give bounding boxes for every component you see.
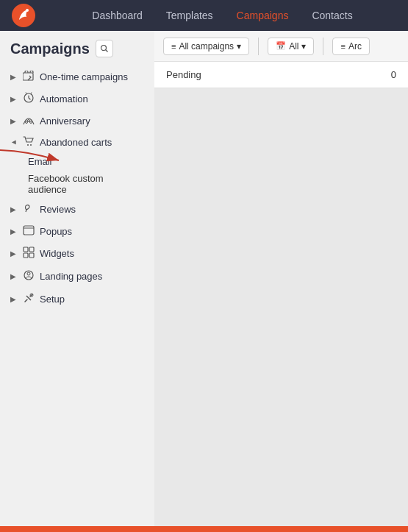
- automation-icon: [22, 92, 35, 106]
- svg-point-8: [30, 121, 32, 124]
- widgets-icon: [22, 247, 35, 260]
- search-button[interactable]: [96, 40, 113, 57]
- sidebar-item-popups[interactable]: ▶ Popups: [0, 221, 154, 242]
- chevron-icon: ▶: [10, 272, 18, 280]
- content-wrapper: Campaigns ▶: [0, 31, 408, 526]
- pending-label: Pending: [166, 69, 201, 80]
- sidebar-item-reviews[interactable]: ▶ Reviews: [0, 198, 154, 221]
- main-panel: Pending 0: [154, 62, 408, 526]
- chevron-icon: ▼: [10, 139, 18, 146]
- sidebar-nav: ▶ One-time campaigns ▶: [0, 63, 154, 313]
- separator: [258, 38, 259, 55]
- sidebar-header: Campaigns: [0, 31, 154, 63]
- pending-count: 0: [391, 69, 396, 80]
- svg-point-2: [101, 46, 106, 51]
- main-content: ≡ All campaigns ▾ 📅 All ▾ ≡ Arc Pending …: [154, 31, 408, 526]
- svg-point-6: [26, 121, 28, 124]
- chevron-icon: ▶: [10, 73, 18, 81]
- anniversary-icon: [22, 115, 35, 127]
- panel-body: [154, 88, 408, 526]
- svg-point-9: [27, 144, 29, 146]
- svg-rect-14: [24, 247, 28, 252]
- nav-contacts[interactable]: Contacts: [312, 10, 352, 21]
- sidebar-label-popups: Popups: [40, 226, 72, 237]
- landing-pages-icon: [22, 269, 35, 283]
- svg-rect-17: [29, 253, 34, 258]
- sidebar: Campaigns ▶: [0, 31, 154, 526]
- nav-dashboard[interactable]: Dashboard: [92, 10, 143, 21]
- chevron-icon: ▶: [10, 295, 18, 303]
- sidebar-item-automation[interactable]: ▶ Automation: [0, 88, 154, 110]
- nav-links: Dashboard Templates Campaigns Contacts: [49, 10, 396, 21]
- sidebar-item-setup[interactable]: ▶ Setup: [0, 288, 154, 311]
- separator-2: [323, 38, 323, 55]
- filter-all-campaigns[interactable]: ≡ All campaigns ▾: [163, 38, 249, 55]
- arc-icon: ≡: [340, 42, 345, 51]
- top-nav: Dashboard Templates Campaigns Contacts: [0, 0, 408, 31]
- chevron-icon: ▶: [10, 95, 18, 103]
- filter-arc[interactable]: ≡ Arc: [332, 38, 369, 55]
- panel-header: Pending 0: [154, 62, 408, 88]
- sidebar-label-reviews: Reviews: [40, 204, 76, 215]
- abandoned-carts-icon: [22, 136, 35, 149]
- main-toolbar: ≡ All campaigns ▾ 📅 All ▾ ≡ Arc: [154, 31, 408, 62]
- sidebar-title: Campaigns: [10, 40, 90, 57]
- sidebar-label-automation: Automation: [40, 93, 88, 104]
- sidebar-label-anniversary: Anniversary: [40, 116, 90, 127]
- sidebar-item-widgets[interactable]: ▶ Widgets: [0, 242, 154, 265]
- dropdown-icon-2: ▾: [301, 41, 306, 52]
- svg-rect-12: [24, 226, 34, 235]
- nav-templates[interactable]: Templates: [166, 10, 213, 21]
- setup-icon: [22, 292, 35, 306]
- bottom-bar: [0, 526, 408, 532]
- svg-line-3: [105, 50, 107, 52]
- svg-rect-16: [24, 253, 28, 258]
- filter-all[interactable]: 📅 All ▾: [268, 38, 314, 55]
- sidebar-label-abandoned-carts: Abandoned carts: [40, 137, 112, 148]
- filter-all-label: All: [289, 41, 298, 52]
- sidebar-subitem-facebook[interactable]: Facebook custom audience: [28, 170, 154, 198]
- sidebar-label-setup: Setup: [40, 294, 65, 305]
- sidebar-item-landing-pages[interactable]: ▶ Landing pages: [0, 265, 154, 288]
- search-icon: [100, 44, 109, 53]
- logo-icon: [12, 4, 35, 27]
- sidebar-label-widgets: Widgets: [40, 248, 74, 259]
- chevron-icon: ▶: [10, 117, 18, 125]
- reviews-icon: [22, 202, 35, 216]
- popups-icon: [22, 225, 35, 238]
- chevron-icon: ▶: [10, 205, 18, 213]
- svg-point-10: [30, 144, 32, 146]
- svg-rect-15: [29, 247, 34, 252]
- one-time-icon: [22, 71, 35, 83]
- nav-campaigns[interactable]: Campaigns: [237, 10, 289, 21]
- svg-point-19: [27, 272, 30, 275]
- filter-all-campaigns-label: All campaigns: [179, 41, 234, 52]
- sidebar-label-landing-pages: Landing pages: [40, 271, 102, 282]
- svg-point-7: [28, 120, 30, 122]
- abandoned-carts-subitems: Email Facebook custom audience: [0, 153, 154, 198]
- chevron-icon: ▶: [10, 249, 18, 258]
- calendar-icon: 📅: [276, 41, 286, 51]
- sidebar-item-one-time[interactable]: ▶ One-time campaigns: [0, 66, 154, 88]
- logo-area[interactable]: [12, 4, 49, 27]
- dropdown-icon: ▾: [237, 41, 241, 52]
- filter-arc-label: Arc: [348, 41, 362, 52]
- filter-icon: ≡: [171, 42, 176, 51]
- svg-point-1: [26, 9, 29, 12]
- svg-rect-4: [23, 73, 33, 80]
- chevron-icon: ▶: [10, 227, 18, 235]
- sidebar-item-abandoned-carts[interactable]: ▼ Abandoned carts: [0, 132, 154, 153]
- sidebar-item-anniversary[interactable]: ▶ Anniversary: [0, 110, 154, 132]
- sidebar-subitem-email[interactable]: Email: [28, 153, 154, 170]
- sidebar-label-one-time: One-time campaigns: [40, 71, 128, 82]
